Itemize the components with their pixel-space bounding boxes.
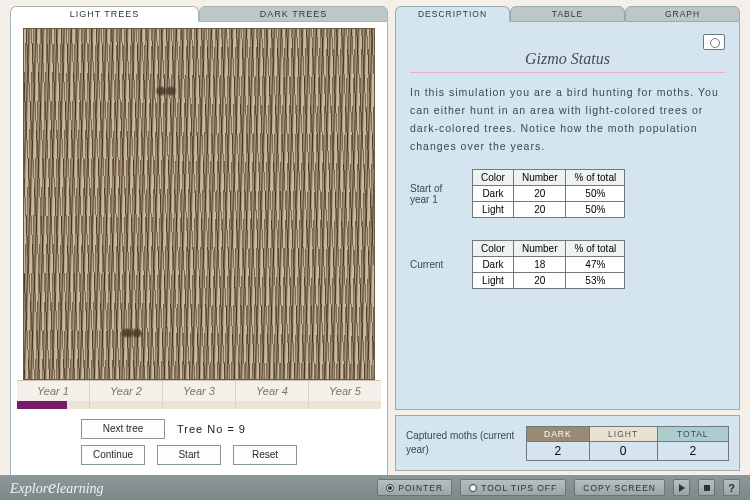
radio-on-icon xyxy=(386,484,394,492)
col-number: Number xyxy=(513,170,566,186)
tab-graph[interactable]: Graph xyxy=(625,6,740,22)
tab-dark-trees[interactable]: Dark Trees xyxy=(199,6,388,22)
description-panel: Gizmo Status In this simulation you are … xyxy=(395,22,740,410)
simulation-panel: Year 1 Year 2 Year 3 Year 4 Year 5 Next … xyxy=(10,22,388,476)
start-table: Color Number % of total Dark 20 50% Ligh… xyxy=(472,169,625,218)
tree-number-label: Tree No = 9 xyxy=(177,423,246,435)
left-pane: Light Trees Dark Trees Year 1 Year 2 Yea… xyxy=(10,6,388,476)
help-icon: ? xyxy=(728,482,735,494)
moth[interactable] xyxy=(154,83,178,99)
start-button[interactable]: Start xyxy=(157,445,221,465)
stop-button[interactable] xyxy=(698,479,715,496)
radio-off-icon xyxy=(469,484,477,492)
controls: Next tree Tree No = 9 Continue Start Res… xyxy=(17,409,381,469)
tab-table[interactable]: Table xyxy=(510,6,625,22)
col-total: TOTAL xyxy=(657,426,728,441)
col-pct: % of total xyxy=(566,241,625,257)
copy-screen-button[interactable]: COPY SCREEN xyxy=(574,479,665,496)
moth[interactable] xyxy=(120,325,144,341)
current-table: Color Number % of total Dark 18 47% Ligh… xyxy=(472,240,625,289)
status-title: Gizmo Status xyxy=(410,50,725,68)
description-text: In this simulation you are a bird huntin… xyxy=(410,83,725,155)
table-row: Light 20 53% xyxy=(473,273,625,289)
current-label: Current xyxy=(410,259,464,270)
tooltips-toggle[interactable]: TOOL TIPS OFF xyxy=(460,479,566,496)
year-cell: Year 3 xyxy=(163,381,236,401)
col-dark: DARK xyxy=(527,426,590,441)
captured-table: DARK LIGHT TOTAL 2 0 2 xyxy=(526,426,729,461)
col-color: Color xyxy=(473,241,514,257)
year-cell: Year 4 xyxy=(236,381,309,401)
cap-total-value: 2 xyxy=(657,441,728,460)
stop-icon xyxy=(704,485,710,491)
year-progress xyxy=(17,401,381,409)
captured-panel: Captured moths (current year) DARK LIGHT… xyxy=(395,415,740,471)
col-color: Color xyxy=(473,170,514,186)
help-button[interactable]: ? xyxy=(723,479,740,496)
table-row: Light 20 50% xyxy=(473,202,625,218)
play-button[interactable] xyxy=(673,479,690,496)
captured-label: Captured moths (current year) xyxy=(406,429,516,457)
right-pane: Description Table Graph Gizmo Status In … xyxy=(395,6,740,410)
camera-icon[interactable] xyxy=(703,34,725,50)
brand-logo: Explorelearning xyxy=(10,477,104,498)
tab-light-trees[interactable]: Light Trees xyxy=(10,6,199,22)
year-cell: Year 5 xyxy=(309,381,381,401)
bottom-bar: Explorelearning POINTER TOOL TIPS OFF CO… xyxy=(0,475,750,500)
reset-button[interactable]: Reset xyxy=(233,445,297,465)
table-row: Dark 20 50% xyxy=(473,186,625,202)
start-of-year-label: Start of year 1 xyxy=(410,183,464,205)
tab-description[interactable]: Description xyxy=(395,6,510,22)
col-pct: % of total xyxy=(566,170,625,186)
divider xyxy=(410,72,725,73)
col-number: Number xyxy=(513,241,566,257)
next-tree-button[interactable]: Next tree xyxy=(81,419,165,439)
continue-button[interactable]: Continue xyxy=(81,445,145,465)
simulation-canvas[interactable] xyxy=(23,28,375,380)
pointer-toggle[interactable]: POINTER xyxy=(377,479,452,496)
year-cell: Year 1 xyxy=(17,381,90,401)
year-cell: Year 2 xyxy=(90,381,163,401)
play-icon xyxy=(679,484,685,492)
cap-dark-value: 2 xyxy=(527,441,590,460)
table-row: Dark 18 47% xyxy=(473,257,625,273)
col-light: LIGHT xyxy=(589,426,657,441)
cap-light-value: 0 xyxy=(589,441,657,460)
